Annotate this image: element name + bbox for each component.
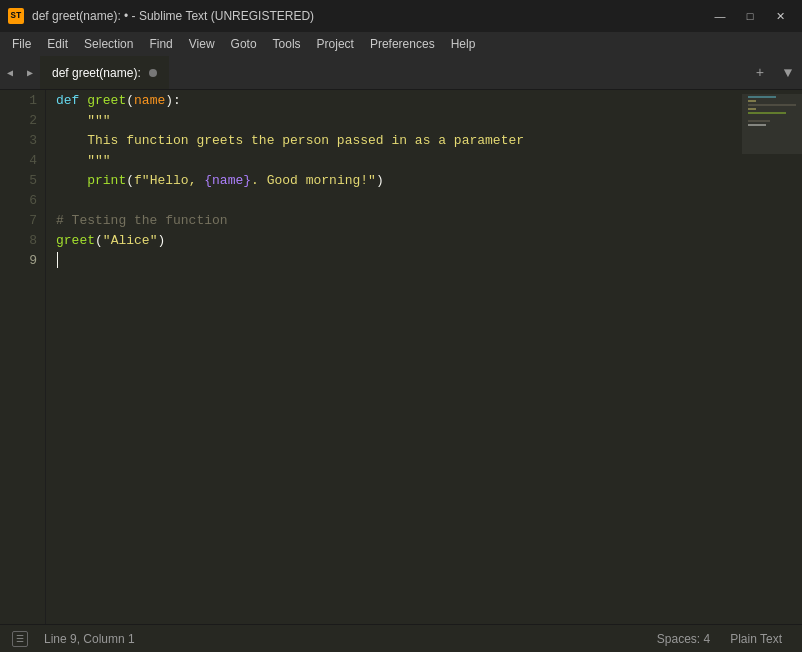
token-plain: (	[126, 173, 134, 188]
token-string: "Alice"	[103, 233, 158, 248]
svg-rect-0	[748, 96, 776, 98]
token-fstring: f"Hello,	[134, 173, 204, 188]
menu-bar: FileEditSelectionFindViewGotoToolsProjec…	[0, 32, 802, 56]
close-button[interactable]: ✕	[766, 6, 794, 26]
editor-container: 123456789 def greet(name): """ This func…	[0, 90, 802, 624]
menu-item-project[interactable]: Project	[309, 35, 362, 53]
title-bar: ST def greet(name): • - Sublime Text (UN…	[0, 0, 802, 32]
active-tab[interactable]: def greet(name):	[40, 56, 170, 89]
svg-rect-1	[748, 100, 756, 102]
status-syntax[interactable]: Plain Text	[722, 632, 790, 646]
line-number-6: 6	[0, 190, 45, 210]
code-area[interactable]: def greet(name): """ This function greet…	[46, 90, 742, 624]
tab-nav-right[interactable]: ▶	[20, 56, 40, 89]
code-line-6	[56, 190, 742, 210]
code-line-8: greet("Alice")	[56, 230, 742, 250]
token-fstring-brace: {name}	[204, 173, 251, 188]
minimap	[742, 90, 802, 624]
token-builtin: print	[87, 173, 126, 188]
svg-rect-6	[748, 124, 766, 126]
status-position[interactable]: Line 9, Column 1	[36, 632, 143, 646]
code-line-3: This function greets the person passed i…	[56, 130, 742, 150]
token-plain: )	[157, 233, 165, 248]
tab-dropdown-button[interactable]: ▼	[774, 56, 802, 89]
status-spaces[interactable]: Spaces: 4	[649, 632, 718, 646]
line-number-1: 1	[0, 90, 45, 110]
code-line-9	[56, 250, 742, 270]
tab-add-button[interactable]: +	[746, 56, 774, 89]
line-number-3: 3	[0, 130, 45, 150]
line-number-4: 4	[0, 150, 45, 170]
status-icon: ☰	[12, 631, 28, 647]
menu-item-view[interactable]: View	[181, 35, 223, 53]
window-controls: — □ ✕	[706, 6, 794, 26]
menu-item-find[interactable]: Find	[141, 35, 180, 53]
minimize-button[interactable]: —	[706, 6, 734, 26]
token-plain	[56, 173, 87, 188]
token-string: """	[56, 153, 111, 168]
tab-bar: ◀ ▶ def greet(name): + ▼	[0, 56, 802, 90]
code-line-5: print(f"Hello, {name}. Good morning!")	[56, 170, 742, 190]
menu-item-edit[interactable]: Edit	[39, 35, 76, 53]
tab-spacer	[170, 56, 746, 89]
token-fn: greet	[87, 93, 126, 108]
code-line-4: """	[56, 150, 742, 170]
tab-nav-left[interactable]: ◀	[0, 56, 20, 89]
token-paren: (	[126, 93, 134, 108]
token-comment: # Testing the function	[56, 213, 228, 228]
code-line-1: def greet(name):	[56, 90, 742, 110]
code-line-2: """	[56, 110, 742, 130]
token-plain: (	[95, 233, 103, 248]
gutter: 123456789	[0, 90, 46, 624]
token-kw: def	[56, 93, 87, 108]
svg-rect-2	[748, 104, 796, 106]
line-number-9: 9	[0, 250, 45, 270]
token-paren: ):	[165, 93, 181, 108]
line-number-2: 2	[0, 110, 45, 130]
title-text: def greet(name): • - Sublime Text (UNREG…	[32, 9, 698, 23]
text-cursor	[57, 252, 58, 268]
line-number-8: 8	[0, 230, 45, 250]
line-number-5: 5	[0, 170, 45, 190]
svg-rect-3	[748, 108, 756, 110]
token-param: name	[134, 93, 165, 108]
menu-item-tools[interactable]: Tools	[265, 35, 309, 53]
minimap-content	[746, 94, 798, 174]
app-icon: ST	[8, 8, 24, 24]
token-string: This function greets the person passed i…	[56, 133, 524, 148]
token-fn: greet	[56, 233, 95, 248]
maximize-button[interactable]: □	[736, 6, 764, 26]
token-fstring: . Good morning!"	[251, 173, 376, 188]
svg-rect-4	[748, 112, 786, 114]
status-bar: ☰ Line 9, Column 1 Spaces: 4 Plain Text	[0, 624, 802, 652]
tab-modified-dot	[149, 69, 157, 77]
menu-item-help[interactable]: Help	[443, 35, 484, 53]
menu-item-goto[interactable]: Goto	[223, 35, 265, 53]
line-number-7: 7	[0, 210, 45, 230]
svg-rect-5	[748, 120, 770, 122]
token-plain: )	[376, 173, 384, 188]
menu-item-selection[interactable]: Selection	[76, 35, 141, 53]
menu-item-preferences[interactable]: Preferences	[362, 35, 443, 53]
token-string: """	[56, 113, 111, 128]
tab-label: def greet(name):	[52, 66, 141, 80]
menu-item-file[interactable]: File	[4, 35, 39, 53]
code-line-7: # Testing the function	[56, 210, 742, 230]
